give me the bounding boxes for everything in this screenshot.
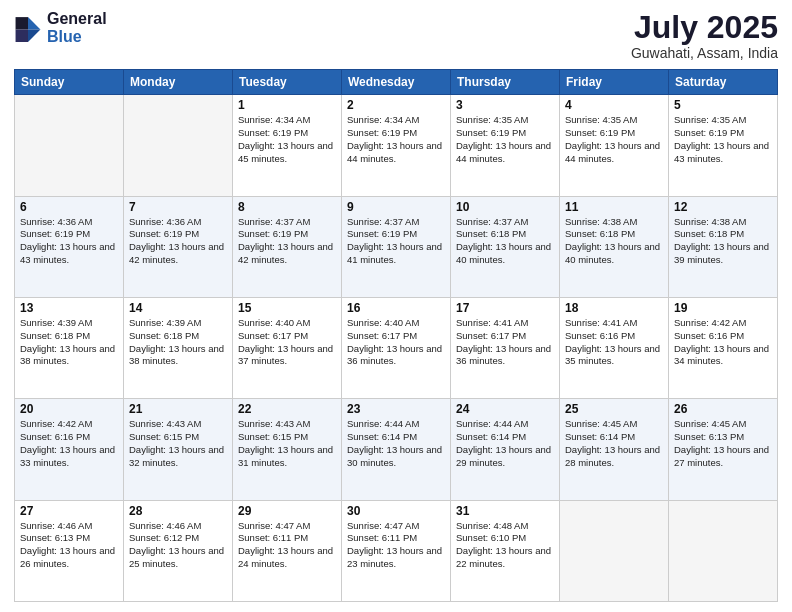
- day-info: Sunrise: 4:37 AM Sunset: 6:18 PM Dayligh…: [456, 216, 554, 267]
- day-number: 4: [565, 98, 663, 112]
- svg-rect-3: [16, 29, 28, 41]
- calendar-table: Sunday Monday Tuesday Wednesday Thursday…: [14, 69, 778, 602]
- col-wednesday: Wednesday: [342, 70, 451, 95]
- day-number: 27: [20, 504, 118, 518]
- calendar-day-cell: 8Sunrise: 4:37 AM Sunset: 6:19 PM Daylig…: [233, 196, 342, 297]
- calendar-day-cell: 27Sunrise: 4:46 AM Sunset: 6:13 PM Dayli…: [15, 500, 124, 601]
- day-info: Sunrise: 4:39 AM Sunset: 6:18 PM Dayligh…: [129, 317, 227, 368]
- calendar-day-cell: 5Sunrise: 4:35 AM Sunset: 6:19 PM Daylig…: [669, 95, 778, 196]
- day-info: Sunrise: 4:42 AM Sunset: 6:16 PM Dayligh…: [20, 418, 118, 469]
- day-number: 3: [456, 98, 554, 112]
- calendar-header-row: Sunday Monday Tuesday Wednesday Thursday…: [15, 70, 778, 95]
- day-info: Sunrise: 4:44 AM Sunset: 6:14 PM Dayligh…: [347, 418, 445, 469]
- day-info: Sunrise: 4:40 AM Sunset: 6:17 PM Dayligh…: [238, 317, 336, 368]
- day-info: Sunrise: 4:45 AM Sunset: 6:14 PM Dayligh…: [565, 418, 663, 469]
- day-number: 21: [129, 402, 227, 416]
- calendar-day-cell: 17Sunrise: 4:41 AM Sunset: 6:17 PM Dayli…: [451, 297, 560, 398]
- calendar-day-cell: 18Sunrise: 4:41 AM Sunset: 6:16 PM Dayli…: [560, 297, 669, 398]
- logo-general-text: General: [47, 10, 107, 28]
- day-info: Sunrise: 4:46 AM Sunset: 6:12 PM Dayligh…: [129, 520, 227, 571]
- day-number: 15: [238, 301, 336, 315]
- day-info: Sunrise: 4:47 AM Sunset: 6:11 PM Dayligh…: [238, 520, 336, 571]
- day-info: Sunrise: 4:39 AM Sunset: 6:18 PM Dayligh…: [20, 317, 118, 368]
- calendar-day-cell: 30Sunrise: 4:47 AM Sunset: 6:11 PM Dayli…: [342, 500, 451, 601]
- calendar-day-cell: [124, 95, 233, 196]
- day-number: 6: [20, 200, 118, 214]
- day-number: 26: [674, 402, 772, 416]
- day-number: 25: [565, 402, 663, 416]
- calendar-day-cell: 2Sunrise: 4:34 AM Sunset: 6:19 PM Daylig…: [342, 95, 451, 196]
- calendar-day-cell: 4Sunrise: 4:35 AM Sunset: 6:19 PM Daylig…: [560, 95, 669, 196]
- calendar-week-row: 20Sunrise: 4:42 AM Sunset: 6:16 PM Dayli…: [15, 399, 778, 500]
- day-info: Sunrise: 4:37 AM Sunset: 6:19 PM Dayligh…: [238, 216, 336, 267]
- day-info: Sunrise: 4:46 AM Sunset: 6:13 PM Dayligh…: [20, 520, 118, 571]
- calendar-day-cell: 20Sunrise: 4:42 AM Sunset: 6:16 PM Dayli…: [15, 399, 124, 500]
- day-info: Sunrise: 4:38 AM Sunset: 6:18 PM Dayligh…: [565, 216, 663, 267]
- day-number: 18: [565, 301, 663, 315]
- col-tuesday: Tuesday: [233, 70, 342, 95]
- day-number: 13: [20, 301, 118, 315]
- day-number: 29: [238, 504, 336, 518]
- calendar-day-cell: 28Sunrise: 4:46 AM Sunset: 6:12 PM Dayli…: [124, 500, 233, 601]
- svg-marker-1: [28, 29, 40, 41]
- calendar-day-cell: 23Sunrise: 4:44 AM Sunset: 6:14 PM Dayli…: [342, 399, 451, 500]
- logo-text: General Blue: [47, 10, 107, 45]
- day-number: 16: [347, 301, 445, 315]
- day-info: Sunrise: 4:41 AM Sunset: 6:17 PM Dayligh…: [456, 317, 554, 368]
- day-info: Sunrise: 4:43 AM Sunset: 6:15 PM Dayligh…: [238, 418, 336, 469]
- page: General Blue July 2025 Guwahati, Assam, …: [0, 0, 792, 612]
- day-number: 28: [129, 504, 227, 518]
- day-number: 17: [456, 301, 554, 315]
- calendar-week-row: 6Sunrise: 4:36 AM Sunset: 6:19 PM Daylig…: [15, 196, 778, 297]
- day-info: Sunrise: 4:47 AM Sunset: 6:11 PM Dayligh…: [347, 520, 445, 571]
- day-number: 11: [565, 200, 663, 214]
- day-info: Sunrise: 4:42 AM Sunset: 6:16 PM Dayligh…: [674, 317, 772, 368]
- calendar-day-cell: 25Sunrise: 4:45 AM Sunset: 6:14 PM Dayli…: [560, 399, 669, 500]
- header: General Blue July 2025 Guwahati, Assam, …: [14, 10, 778, 61]
- day-number: 7: [129, 200, 227, 214]
- day-info: Sunrise: 4:43 AM Sunset: 6:15 PM Dayligh…: [129, 418, 227, 469]
- day-info: Sunrise: 4:44 AM Sunset: 6:14 PM Dayligh…: [456, 418, 554, 469]
- calendar-day-cell: 31Sunrise: 4:48 AM Sunset: 6:10 PM Dayli…: [451, 500, 560, 601]
- day-info: Sunrise: 4:36 AM Sunset: 6:19 PM Dayligh…: [129, 216, 227, 267]
- calendar-day-cell: 21Sunrise: 4:43 AM Sunset: 6:15 PM Dayli…: [124, 399, 233, 500]
- logo-icon: [14, 14, 42, 42]
- calendar-day-cell: 26Sunrise: 4:45 AM Sunset: 6:13 PM Dayli…: [669, 399, 778, 500]
- day-number: 14: [129, 301, 227, 315]
- day-number: 12: [674, 200, 772, 214]
- calendar-day-cell: 11Sunrise: 4:38 AM Sunset: 6:18 PM Dayli…: [560, 196, 669, 297]
- calendar-day-cell: 12Sunrise: 4:38 AM Sunset: 6:18 PM Dayli…: [669, 196, 778, 297]
- calendar-day-cell: 22Sunrise: 4:43 AM Sunset: 6:15 PM Dayli…: [233, 399, 342, 500]
- day-number: 23: [347, 402, 445, 416]
- col-sunday: Sunday: [15, 70, 124, 95]
- month-title: July 2025: [631, 10, 778, 45]
- day-number: 22: [238, 402, 336, 416]
- col-thursday: Thursday: [451, 70, 560, 95]
- day-info: Sunrise: 4:41 AM Sunset: 6:16 PM Dayligh…: [565, 317, 663, 368]
- day-number: 8: [238, 200, 336, 214]
- calendar-day-cell: 3Sunrise: 4:35 AM Sunset: 6:19 PM Daylig…: [451, 95, 560, 196]
- day-info: Sunrise: 4:48 AM Sunset: 6:10 PM Dayligh…: [456, 520, 554, 571]
- day-number: 24: [456, 402, 554, 416]
- day-info: Sunrise: 4:35 AM Sunset: 6:19 PM Dayligh…: [674, 114, 772, 165]
- day-info: Sunrise: 4:35 AM Sunset: 6:19 PM Dayligh…: [456, 114, 554, 165]
- calendar-day-cell: 24Sunrise: 4:44 AM Sunset: 6:14 PM Dayli…: [451, 399, 560, 500]
- day-number: 9: [347, 200, 445, 214]
- day-number: 5: [674, 98, 772, 112]
- day-info: Sunrise: 4:38 AM Sunset: 6:18 PM Dayligh…: [674, 216, 772, 267]
- day-info: Sunrise: 4:34 AM Sunset: 6:19 PM Dayligh…: [347, 114, 445, 165]
- calendar-day-cell: 7Sunrise: 4:36 AM Sunset: 6:19 PM Daylig…: [124, 196, 233, 297]
- calendar-day-cell: [669, 500, 778, 601]
- calendar-day-cell: 10Sunrise: 4:37 AM Sunset: 6:18 PM Dayli…: [451, 196, 560, 297]
- calendar-day-cell: 16Sunrise: 4:40 AM Sunset: 6:17 PM Dayli…: [342, 297, 451, 398]
- day-number: 2: [347, 98, 445, 112]
- day-info: Sunrise: 4:45 AM Sunset: 6:13 PM Dayligh…: [674, 418, 772, 469]
- logo: General Blue: [14, 10, 107, 45]
- day-number: 19: [674, 301, 772, 315]
- calendar-day-cell: 1Sunrise: 4:34 AM Sunset: 6:19 PM Daylig…: [233, 95, 342, 196]
- calendar-day-cell: 13Sunrise: 4:39 AM Sunset: 6:18 PM Dayli…: [15, 297, 124, 398]
- col-saturday: Saturday: [669, 70, 778, 95]
- calendar-day-cell: 14Sunrise: 4:39 AM Sunset: 6:18 PM Dayli…: [124, 297, 233, 398]
- calendar-day-cell: [560, 500, 669, 601]
- calendar-day-cell: 6Sunrise: 4:36 AM Sunset: 6:19 PM Daylig…: [15, 196, 124, 297]
